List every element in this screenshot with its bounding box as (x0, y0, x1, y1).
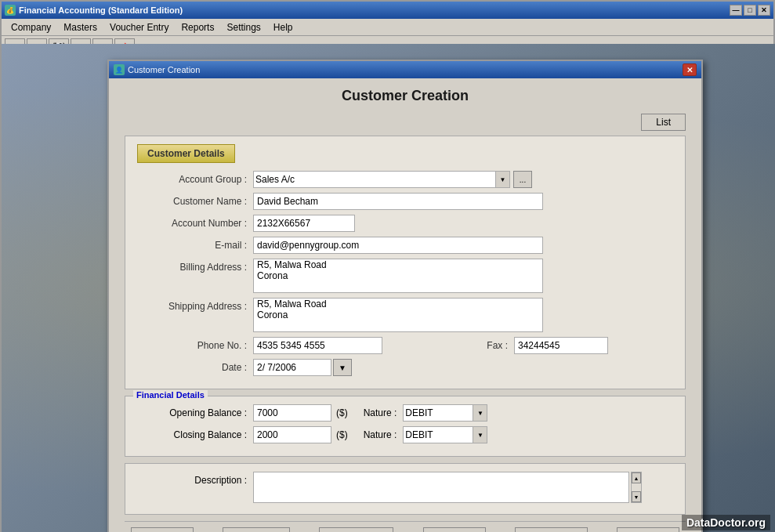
email-row: E-mail : (137, 237, 673, 254)
fax-input[interactable] (514, 337, 608, 354)
menu-bar: Company Masters Voucher Entry Reports Se… (2, 19, 773, 36)
closing-nature-label: Nature : (364, 429, 397, 440)
account-group-select[interactable]: Sales A/c (253, 171, 496, 188)
dialog-title-bar: 👤 Customer Creation ✕ (109, 61, 701, 78)
shipping-address-input[interactable]: R5, Malwa Road Corona (253, 298, 543, 332)
shipping-address-row: Shipping Address : R5, Malwa Road Corona (137, 298, 673, 332)
closing-balance-row: Closing Balance : ($) Nature : DEBIT CRE… (137, 426, 673, 443)
save-button[interactable]: Save (223, 527, 289, 533)
customer-details-section: Customer Details Account Group : Sales A… (125, 136, 686, 389)
account-number-input[interactable] (253, 215, 355, 232)
list-button[interactable]: List (641, 114, 686, 131)
dialog-close-button[interactable]: ✕ (683, 63, 697, 76)
account-group-combo: Sales A/c ▼ ... (253, 171, 532, 188)
email-label: E-mail : (137, 240, 247, 251)
phone-label: Phone No. : (137, 340, 247, 351)
scroll-down-button[interactable]: ▼ (632, 491, 641, 502)
account-number-label: Account Number : (137, 218, 247, 229)
email-input[interactable] (253, 237, 543, 254)
app-window: 💰 Financial Accounting (Standard Edition… (0, 0, 775, 532)
closing-balance-label: Closing Balance : (137, 429, 247, 440)
bottom-button-bar: Add Save Cancel Edit Delete Exit (125, 521, 686, 532)
phone-input[interactable] (253, 337, 382, 354)
date-picker-button[interactable]: ▼ (333, 359, 352, 376)
menu-company[interactable]: Company (5, 20, 57, 34)
opening-nature-label: Nature : (364, 407, 397, 418)
description-section: Description : ▲ ▼ (125, 463, 686, 515)
dialog-title: Customer Creation (128, 65, 200, 74)
background-area: 👤 Customer Creation ✕ Customer Creation … (2, 44, 775, 532)
menu-masters[interactable]: Masters (57, 20, 103, 34)
description-textarea[interactable] (253, 472, 629, 503)
dialog-icon: 👤 (114, 64, 125, 75)
opening-currency: ($) (336, 407, 348, 418)
date-row: Date : ▼ (137, 359, 673, 376)
account-number-row: Account Number : (137, 215, 673, 232)
minimize-button[interactable]: — (730, 5, 742, 16)
delete-button[interactable]: Delete (515, 527, 588, 533)
opening-balance-label: Opening Balance : (137, 407, 247, 418)
date-input[interactable] (253, 359, 331, 376)
financial-details-section: Financial Details Opening Balance : ($) … (125, 396, 686, 457)
cancel-button[interactable]: Cancel (319, 527, 393, 533)
billing-address-label: Billing Address : (137, 262, 247, 273)
account-group-browse-button[interactable]: ... (513, 171, 532, 188)
opening-nature-arrow[interactable]: ▼ (473, 404, 487, 422)
closing-nature-arrow[interactable]: ▼ (473, 426, 487, 443)
date-label: Date : (137, 362, 247, 373)
phone-fax-row: Phone No. : Fax : (137, 337, 673, 354)
opening-nature-combo: DEBIT CREDIT ▼ (403, 404, 487, 422)
app-icon: 💰 (5, 5, 16, 16)
billing-address-row: Billing Address : R5, Malwa Road Corona (137, 259, 673, 293)
customer-details-tab[interactable]: Customer Details (137, 144, 235, 163)
scroll-up-button[interactable]: ▲ (632, 472, 641, 483)
shipping-address-label: Shipping Address : (137, 301, 247, 312)
description-label: Description : (137, 475, 247, 486)
opening-nature-select[interactable]: DEBIT CREDIT (403, 404, 473, 422)
customer-name-input[interactable] (253, 193, 543, 210)
list-btn-container: List (125, 114, 686, 131)
dialog-main-heading: Customer Creation (125, 88, 686, 104)
account-group-dropdown-arrow[interactable]: ▼ (496, 171, 510, 188)
title-bar: 💰 Financial Accounting (Standard Edition… (2, 2, 773, 19)
closing-balance-input[interactable] (253, 426, 331, 443)
menu-voucher-entry[interactable]: Voucher Entry (103, 20, 175, 34)
customer-name-label: Customer Name : (137, 196, 247, 207)
menu-settings[interactable]: Settings (220, 20, 266, 34)
app-title: Financial Accounting (Standard Edition) (19, 5, 183, 15)
closing-nature-select[interactable]: DEBIT CREDIT (403, 426, 473, 443)
opening-balance-row: Opening Balance : ($) Nature : DEBIT CRE… (137, 404, 673, 422)
financial-details-label: Financial Details (133, 390, 208, 400)
menu-reports[interactable]: Reports (175, 20, 220, 34)
description-row: Description : ▲ ▼ (137, 472, 673, 503)
window-controls: — □ ✕ (730, 5, 770, 16)
menu-help[interactable]: Help (267, 20, 299, 34)
fax-label: Fax : (398, 340, 508, 351)
dialog-content: Customer Creation List Customer Details … (109, 78, 701, 532)
close-button[interactable]: ✕ (758, 5, 770, 16)
account-group-row: Account Group : Sales A/c ▼ ... (137, 171, 673, 188)
opening-balance-input[interactable] (253, 404, 331, 422)
watermark: DataDoctor.org (682, 515, 770, 530)
closing-currency: ($) (336, 429, 348, 440)
edit-button[interactable]: Edit (423, 527, 486, 533)
closing-nature-combo: DEBIT CREDIT ▼ (403, 426, 487, 443)
customer-name-row: Customer Name : (137, 193, 673, 210)
add-button[interactable]: Add (131, 527, 194, 533)
exit-button[interactable]: Exit (617, 527, 679, 533)
billing-address-input[interactable]: R5, Malwa Road Corona (253, 259, 543, 293)
customer-creation-dialog: 👤 Customer Creation ✕ Customer Creation … (107, 60, 703, 532)
maximize-button[interactable]: □ (744, 5, 756, 16)
account-group-label: Account Group : (137, 174, 247, 185)
description-scrollbar: ▲ ▼ (631, 472, 642, 503)
